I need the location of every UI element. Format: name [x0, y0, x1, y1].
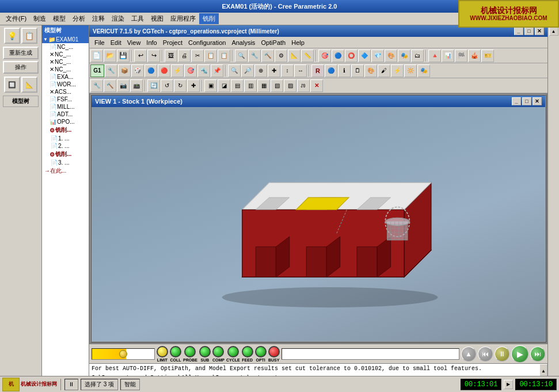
tree-item-nc2[interactable]: ✕NC_... — [42, 51, 89, 58]
tb3-b17[interactable]: ✕ — [310, 79, 323, 92]
vt-menu-project[interactable]: Project — [160, 38, 185, 47]
tb3-b13[interactable]: ▦ — [257, 79, 270, 92]
bottom-scroll-right[interactable]: ▶ — [504, 380, 513, 389]
tree-item-opo[interactable]: 📊OPO... — [42, 118, 89, 125]
tb3-b15[interactable]: ▨ — [284, 79, 296, 92]
tb2-b22[interactable]: 🔆 — [404, 64, 417, 77]
tb-save[interactable]: 💾 — [117, 50, 130, 62]
left-icon-3[interactable]: 🔲 — [4, 77, 20, 93]
tb2-b3[interactable]: 🎲 — [131, 64, 144, 77]
scroll-up-btn[interactable]: ▲ — [461, 347, 476, 361]
tb3-b14[interactable]: ▧ — [271, 79, 283, 92]
menu-applications[interactable]: 应用程序 — [167, 13, 199, 24]
tb-b3[interactable]: 🖼 — [165, 50, 177, 62]
tb2-b9[interactable]: 📌 — [211, 64, 223, 77]
tb-new[interactable]: 📄 — [90, 50, 103, 62]
tb3-b3[interactable]: 📷 — [117, 79, 130, 92]
tb-b18[interactable]: 💎 — [371, 50, 384, 62]
tb-b8[interactable]: 🔍 — [235, 50, 248, 62]
tree-item-mill1[interactable]: 📄MILL... — [42, 103, 89, 111]
progress-bar-container[interactable] — [92, 348, 155, 360]
command-input[interactable] — [282, 348, 459, 360]
tb3-b4[interactable]: 📠 — [130, 79, 143, 92]
tree-item-milling2[interactable]: ⚙铣削... — [42, 150, 89, 159]
tb-b22[interactable]: 🔺 — [428, 50, 441, 62]
tb-b20[interactable]: 🎭 — [398, 50, 410, 62]
tree-item-exa[interactable]: 📄EXA... — [42, 73, 89, 81]
maximize-button[interactable]: □ — [524, 27, 534, 35]
tb-b6[interactable]: 📋 — [204, 50, 217, 62]
menu-render[interactable]: 渲染 — [108, 13, 128, 24]
viewport-max-btn[interactable]: □ — [522, 97, 531, 105]
tb-b25[interactable]: 🎪 — [468, 50, 481, 62]
operations-button[interactable]: 操作 — [3, 61, 39, 74]
g1-badge[interactable]: G1 — [90, 64, 104, 77]
tb-b24[interactable]: 🏁 — [455, 50, 467, 62]
tb-b16[interactable]: ⭕ — [345, 50, 358, 62]
tree-item-acs[interactable]: ✕ACS... — [42, 88, 89, 96]
menu-tools[interactable]: 工具 — [128, 13, 147, 24]
tb2-b17[interactable]: ℹ — [338, 64, 351, 77]
tb-b13[interactable]: 📏 — [301, 50, 314, 62]
vt-menu-optipath[interactable]: OptiPath — [258, 38, 288, 47]
tb-b21[interactable]: 🗂 — [411, 50, 424, 62]
tb2-b5[interactable]: 🔴 — [158, 64, 170, 77]
tb3-b10[interactable]: ◪ — [218, 79, 230, 92]
tb-b14[interactable]: 🎯 — [318, 50, 331, 62]
vt-menu-analysis[interactable]: Analysis — [229, 38, 258, 47]
tb3-b11[interactable]: ▤ — [231, 79, 244, 92]
tb-b9[interactable]: 🔧 — [248, 50, 261, 62]
vt-menu-view[interactable]: View — [124, 38, 144, 47]
menu-manufacture[interactable]: 制造 — [30, 13, 50, 24]
viewport-canvas[interactable] — [92, 107, 545, 341]
tb-b7[interactable]: 📋 — [218, 50, 230, 62]
play-btn[interactable]: ▶ — [511, 345, 528, 363]
tree-item-nc4[interactable]: ✕NC_... — [42, 66, 89, 73]
tree-item-milling1[interactable]: ⚙铣削... — [42, 125, 89, 135]
tb2-b13[interactable]: ✚ — [268, 64, 280, 77]
tb2-b16[interactable]: 🔵 — [325, 64, 337, 77]
tree-item-nc3[interactable]: ✕NC_... — [42, 58, 89, 66]
pause-btn[interactable]: ⏸ — [495, 347, 509, 361]
tb2-b10[interactable]: 🔍 — [228, 64, 241, 77]
viewport-close-btn[interactable]: ✕ — [533, 97, 542, 105]
tree-item-op1[interactable]: 📄1. ... — [42, 135, 89, 142]
r-badge[interactable]: R — [311, 64, 324, 77]
tb2-b2[interactable]: 📦 — [118, 64, 131, 77]
tb3-b9[interactable]: ▣ — [204, 79, 217, 92]
fast-fwd-btn[interactable]: ⏭ — [530, 347, 545, 361]
tb-undo[interactable]: ↩ — [134, 50, 147, 62]
left-icon-4[interactable]: 📐 — [21, 77, 37, 93]
tb-b4[interactable]: 🖨 — [178, 50, 191, 62]
tb-b12[interactable]: 📐 — [288, 50, 301, 62]
tree-item-op3[interactable]: 📄3. ... — [42, 159, 89, 166]
vt-menu-info[interactable]: Info — [143, 38, 159, 47]
tb-b26[interactable]: 🎫 — [481, 50, 494, 62]
tb3-b2[interactable]: 🔨 — [104, 79, 116, 92]
tb3-b5[interactable]: 🔄 — [147, 79, 160, 92]
tb2-b19[interactable]: 🎨 — [364, 64, 377, 77]
tree-item-op2[interactable]: 📄2. ... — [42, 142, 89, 150]
tb2-b6[interactable]: ⚡ — [171, 64, 184, 77]
minimize-button[interactable]: _ — [514, 27, 523, 35]
tree-item-wor[interactable]: 📄WOR... — [42, 81, 89, 88]
tb-b23[interactable]: 📊 — [442, 50, 454, 62]
tb-b17[interactable]: 🔷 — [358, 50, 371, 62]
menu-file[interactable]: 文件(F) — [2, 13, 30, 24]
tree-item-nc1[interactable]: 📄NC_... — [42, 43, 89, 51]
tb-b19[interactable]: 🎨 — [385, 50, 397, 62]
menu-analysis[interactable]: 分析 — [69, 13, 89, 24]
menu-annotate[interactable]: 注释 — [89, 13, 108, 24]
tree-item-here[interactable]: →在此... — [42, 166, 89, 176]
menu-view[interactable]: 视图 — [147, 13, 167, 24]
tb2-b21[interactable]: ⚡ — [391, 64, 404, 77]
tb-b5[interactable]: ✂ — [191, 50, 204, 62]
right-scroll-up[interactable]: ▲ — [549, 26, 558, 36]
close-button[interactable]: ✕ — [535, 27, 544, 35]
tb3-b1[interactable]: 🔧 — [90, 79, 103, 92]
tb3-b12[interactable]: ▥ — [244, 79, 257, 92]
tb2-b12[interactable]: ⊕ — [254, 64, 267, 77]
tb2-b1[interactable]: 🔧 — [105, 64, 117, 77]
vt-menu-configuration[interactable]: Configuration — [185, 38, 229, 47]
vt-menu-edit[interactable]: Edit — [108, 38, 124, 47]
